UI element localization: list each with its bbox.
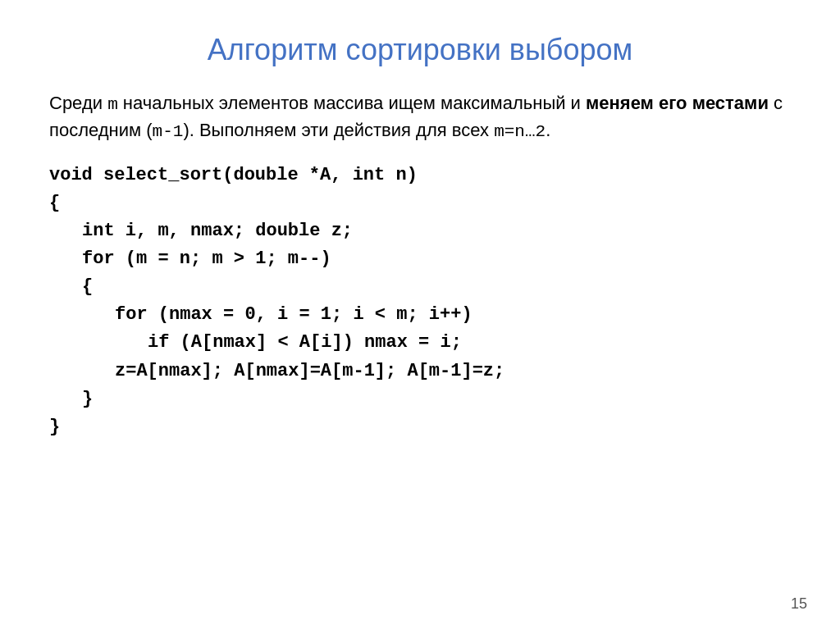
mono-m: m xyxy=(107,95,118,114)
code-line-0: void select_sort(double *A, int n) xyxy=(49,162,791,189)
code-line-9: } xyxy=(49,413,791,441)
page-number: 15 xyxy=(791,595,807,613)
bold-swap: меняем его местами xyxy=(586,93,769,113)
code-line-4: { xyxy=(49,273,791,301)
code-line-3: for (m = n; m > 1; m--) xyxy=(49,245,791,273)
code-line-8: } xyxy=(49,385,791,413)
slide: Алгоритм сортировки выбором Среди m нача… xyxy=(0,0,840,629)
code-line-7: z=A[nmax]; A[nmax]=A[m-1]; A[m-1]=z; xyxy=(49,358,791,385)
slide-title: Алгоритм сортировки выбором xyxy=(49,33,791,67)
mono-m1: m-1 xyxy=(153,122,184,141)
description-text: Среди m начальных элементов массива ищем… xyxy=(49,90,791,145)
code-block: void select_sort(double *A, int n) { int… xyxy=(49,162,791,441)
code-line-5: for (nmax = 0, i = 1; i < m; i++) xyxy=(49,301,791,329)
code-line-1: { xyxy=(49,189,791,217)
code-line-2: int i, m, nmax; double z; xyxy=(49,217,791,245)
code-line-6: if (A[nmax] < A[i]) nmax = i; xyxy=(49,329,791,357)
mono-mn: m=n…2 xyxy=(494,122,546,141)
